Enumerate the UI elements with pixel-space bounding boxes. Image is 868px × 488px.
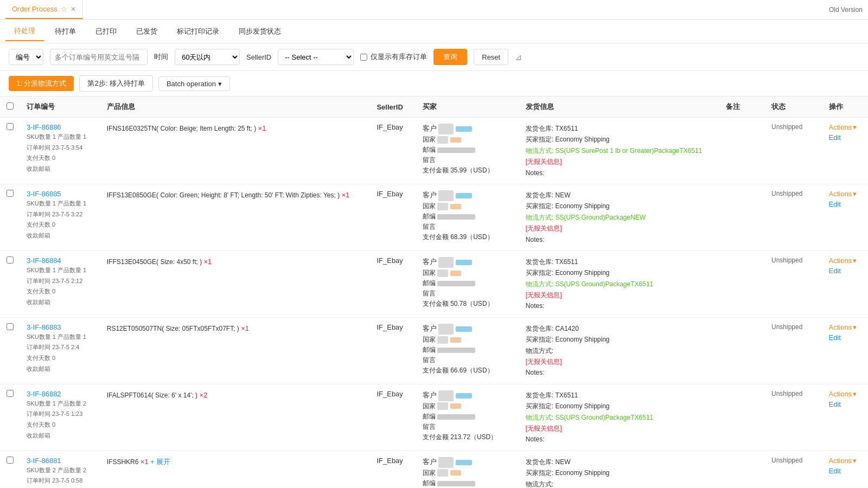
buyer-postal: 邮编	[423, 278, 513, 288]
row-checkbox[interactable]	[7, 123, 14, 130]
note-cell	[719, 251, 765, 317]
order-id-link[interactable]: 3-IF-86881	[27, 457, 94, 465]
row-checkbox[interactable]	[7, 190, 14, 197]
col-shipping: 发货信息	[519, 97, 719, 118]
seller-id-cell: IF_Ebay	[370, 251, 416, 317]
row-checkbox-cell	[0, 384, 20, 451]
ship-no-info: [无报关信息]	[526, 223, 713, 234]
table-row: 3-IF-86881 SKU数量 2 产品数量 2 订单时间 23-7-5 0:…	[0, 451, 868, 488]
row-checkbox[interactable]	[7, 256, 14, 264]
product-quantity: ×1	[258, 124, 266, 132]
stock-only-checkbox-label[interactable]: 仅显示有库存订单	[360, 52, 427, 62]
row-checkbox-cell	[0, 251, 20, 317]
order-id-link[interactable]: 3-IF-86883	[27, 323, 94, 331]
seller-id-select[interactable]: -- Select --	[278, 49, 354, 65]
shipping-cell: 发货仓库: TX6511 买家指定: Economy Shipping 物流方式…	[519, 384, 719, 451]
shipping-cell: 发货仓库: NEW 买家指定: Economy Shipping 物流方式: […	[519, 451, 719, 488]
tab-sync-status[interactable]: 同步发货状态	[230, 22, 290, 41]
edit-button[interactable]: Edit	[829, 200, 841, 208]
buyer-label: 客户	[423, 391, 439, 399]
tab-printed[interactable]: 已打印	[87, 22, 125, 41]
step2-button[interactable]: 第2步: 移入待打单	[79, 75, 152, 92]
order-type-select[interactable]: 编号	[9, 49, 43, 65]
status-value: Unshipped	[771, 323, 802, 331]
buyer-label: 客户	[423, 124, 439, 132]
ship-method: 物流方式: SS(UPS Ground)PackageNEW	[526, 212, 713, 223]
buyer-color-block1	[456, 126, 472, 132]
country-flag	[437, 469, 448, 477]
time-select[interactable]: 60天以内 30天以内 90天以内	[175, 49, 240, 65]
actions-label: Actions	[829, 190, 852, 198]
buyer-color2	[450, 470, 461, 476]
order-id-link[interactable]: 3-IF-86882	[27, 390, 94, 398]
actions-cell: Actions ▾ Edit	[822, 451, 868, 488]
edit-button[interactable]: Edit	[829, 467, 841, 475]
actions-button[interactable]: Actions ▾	[829, 323, 857, 331]
order-email: 收款邮箱	[27, 231, 94, 241]
order-sku: SKU数量 1 产品数量 1	[27, 266, 94, 275]
buyer-country: 国家	[423, 401, 513, 412]
order-time: 订单时间 23-7-5 2:12	[27, 277, 94, 286]
buyer-country: 国家	[423, 201, 513, 211]
status-value: Unshipped	[771, 390, 802, 397]
tab-shipped[interactable]: 已发货	[127, 22, 166, 41]
tab-print-pending[interactable]: 待打单	[46, 22, 85, 41]
product-quantity: ×1	[203, 258, 212, 266]
actions-button[interactable]: Actions ▾	[829, 190, 857, 198]
product-info: IFFS13E0850GE( Color: Green; Height: 8' …	[107, 190, 364, 201]
actions-button[interactable]: Actions ▾	[829, 256, 857, 265]
order-sku: SKU数量 2 产品数量 2	[27, 466, 94, 476]
nav-tabs-container: 待处理 待打单 已打印 已发货 标记打印记录 同步发货状态	[0, 20, 868, 43]
edit-button[interactable]: Edit	[829, 400, 841, 408]
step1-button[interactable]: 1: 分派物流方式	[9, 76, 74, 91]
order-id-link[interactable]: 3-IF-86884	[27, 256, 94, 265]
order-id-link[interactable]: 3-IF-86885	[27, 190, 94, 198]
edit-button[interactable]: Edit	[829, 133, 841, 142]
ship-buyer-specified: 买家指定: Economy Shipping	[526, 267, 713, 278]
row-checkbox[interactable]	[7, 390, 14, 397]
row-checkbox-cell	[0, 118, 20, 184]
app-tab[interactable]: Order Process ☆ ✕	[5, 0, 83, 19]
order-number-input[interactable]	[50, 49, 148, 65]
ship-buyer-specified: 买家指定: Economy Shipping	[526, 334, 713, 345]
ship-no-info: [无报关信息]	[526, 290, 713, 300]
actions-button[interactable]: Actions ▾	[829, 457, 857, 465]
actions-button[interactable]: Actions ▾	[829, 123, 857, 131]
ship-method: 物流方式:	[526, 345, 713, 356]
postal-blurred	[437, 281, 475, 286]
tab-star-icon[interactable]: ☆	[61, 5, 67, 13]
search-button[interactable]: 查询	[433, 49, 467, 65]
order-id-link[interactable]: 3-IF-86886	[27, 123, 94, 131]
actions-button[interactable]: Actions ▾	[829, 390, 857, 398]
product-cell: IFFS13E0850GE( Color: Green; Height: 8' …	[100, 184, 371, 251]
ship-warehouse: 发货仓库: NEW	[526, 457, 713, 467]
batch-operation-button[interactable]: Batch operation ▾	[158, 76, 230, 91]
buyer-color2	[450, 204, 461, 209]
buyer-amount: 支付金额 213.72（USD）	[423, 432, 513, 442]
product-quantity: ×2	[199, 391, 207, 399]
ship-warehouse: 发货仓库: TX6511	[526, 123, 713, 134]
shipping-cell: 发货仓库: CA1420 买家指定: Economy Shipping 物流方式…	[519, 317, 719, 384]
tab-close-icon[interactable]: ✕	[71, 5, 76, 13]
ship-notes: Notes:	[526, 168, 713, 178]
filter-icon[interactable]: ⊿	[515, 52, 522, 62]
stock-only-checkbox[interactable]	[360, 54, 367, 61]
actions-cell: Actions ▾ Edit	[822, 118, 868, 184]
tab-pending[interactable]: 待处理	[5, 22, 44, 41]
tab-mark-print[interactable]: 标记打印记录	[168, 22, 228, 41]
buyer-color2	[450, 271, 461, 276]
row-checkbox[interactable]	[7, 323, 14, 330]
row-checkbox[interactable]	[7, 457, 14, 464]
select-all-checkbox[interactable]	[7, 102, 14, 110]
expand-link[interactable]: + 展开	[150, 458, 170, 466]
country-flag	[437, 402, 448, 410]
reset-button[interactable]: Reset	[474, 49, 508, 65]
edit-button[interactable]: Edit	[829, 267, 841, 275]
ship-warehouse: 发货仓库: NEW	[526, 190, 713, 201]
ship-no-info: [无报关信息]	[526, 356, 713, 367]
buyer-remark: 留言	[423, 355, 513, 365]
seller-id-cell: IF_Ebay	[370, 317, 416, 384]
note-cell	[719, 184, 765, 251]
buyer-color-block1	[456, 193, 472, 198]
edit-button[interactable]: Edit	[829, 333, 841, 342]
